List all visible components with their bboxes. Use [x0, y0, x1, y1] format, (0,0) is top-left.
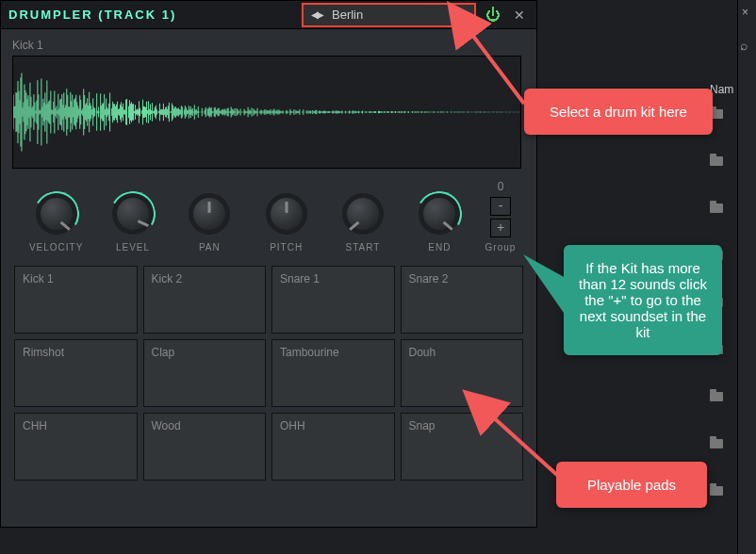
panel-close-icon[interactable]: × — [742, 6, 748, 19]
group-number: 0 — [498, 180, 504, 193]
callout-group: If the Kit has more than 12 sounds click… — [564, 245, 722, 355]
pad[interactable]: Clap — [143, 339, 267, 407]
knob-label: START — [346, 242, 381, 253]
knob-label: LEVEL — [116, 242, 150, 253]
knob[interactable] — [112, 193, 154, 235]
pad[interactable]: Douh — [401, 339, 524, 407]
waveform-display[interactable] — [12, 56, 521, 169]
knob-label: PAN — [199, 242, 221, 253]
folder-icon[interactable] — [710, 204, 723, 213]
chevron-down-icon[interactable]: ▼ — [457, 9, 467, 20]
knob-label: END — [428, 242, 451, 253]
knob-level: LEVEL — [94, 193, 171, 253]
callout-text: Playable pads — [587, 477, 676, 493]
group-column: 0-+Group — [482, 180, 519, 253]
knob-label: VELOCITY — [29, 242, 83, 253]
plugin-body: Kick 1 VELOCITYLEVELPANPITCHSTARTEND0-+G… — [1, 29, 536, 490]
pad[interactable]: Snare 1 — [271, 266, 395, 334]
titlebar: DRUMPLER (TRACK 1) ◀▶ Berlin ▼ ⏻ ✕ — [1, 1, 536, 29]
plugin-name: DRUMPLER — [8, 8, 93, 22]
pad[interactable]: Kick 2 — [143, 266, 267, 334]
power-icon[interactable]: ⏻ — [485, 7, 501, 24]
knob-end: END — [402, 193, 478, 253]
folder-icon[interactable] — [710, 392, 723, 401]
pad[interactable]: Snare 2 — [401, 266, 524, 334]
pad[interactable]: Rimshot — [14, 339, 138, 407]
callout-kit: Select a drum kit here — [524, 89, 713, 135]
close-icon[interactable]: ✕ — [510, 8, 529, 23]
knob[interactable] — [36, 193, 77, 235]
pads-grid: Kick 1Kick 2Snare 1Snare 2RimshotClapTam… — [12, 266, 525, 481]
callout-pads: Playable pads — [556, 462, 707, 508]
knob-start: START — [324, 193, 401, 253]
pad[interactable]: Tambourine — [271, 339, 395, 407]
knob[interactable] — [419, 193, 460, 235]
preset-highlight: ◀▶ Berlin ▼ — [302, 3, 476, 27]
folder-icon[interactable] — [710, 486, 723, 496]
knob-label: PITCH — [270, 242, 303, 253]
knob-row: VELOCITYLEVELPANPITCHSTARTEND0-+Group — [12, 180, 525, 266]
callout-text: If the Kit has more than 12 sounds click… — [579, 260, 707, 340]
pad[interactable]: Wood — [143, 413, 267, 481]
pad[interactable]: Snap — [401, 413, 524, 481]
plugin-window: DRUMPLER (TRACK 1) ◀▶ Berlin ▼ ⏻ ✕ Kick … — [0, 0, 537, 528]
group-next-button[interactable]: + — [490, 219, 511, 237]
preset-name: Berlin — [332, 8, 457, 22]
group-label: Group — [485, 242, 517, 253]
knob[interactable] — [189, 193, 230, 235]
column-header-name: Nam — [710, 83, 733, 96]
folder-icon[interactable] — [710, 439, 723, 448]
plugin-track: (TRACK 1) — [98, 8, 176, 22]
pad[interactable]: OHH — [271, 413, 395, 481]
pad[interactable]: CHH — [14, 413, 138, 481]
sample-name: Kick 1 — [12, 39, 525, 52]
knob-pitch: PITCH — [248, 193, 324, 253]
knob[interactable] — [342, 193, 384, 235]
plugin-title: DRUMPLER (TRACK 1) — [8, 8, 302, 22]
side-panel: × ⌕ Nam — [737, 0, 756, 554]
search-icon[interactable]: ⌕ — [740, 38, 748, 53]
knob[interactable] — [266, 193, 307, 235]
preset-selector[interactable]: ◀▶ Berlin ▼ — [304, 5, 474, 25]
callout-text: Select a drum kit here — [550, 104, 687, 120]
knob-velocity: VELOCITY — [18, 193, 94, 253]
group-prev-button[interactable]: - — [490, 197, 511, 216]
preset-prevnext-icon[interactable]: ◀▶ — [311, 9, 322, 20]
knob-pan: PAN — [172, 193, 248, 253]
pad[interactable]: Kick 1 — [14, 266, 138, 334]
folder-icon[interactable] — [710, 156, 723, 166]
